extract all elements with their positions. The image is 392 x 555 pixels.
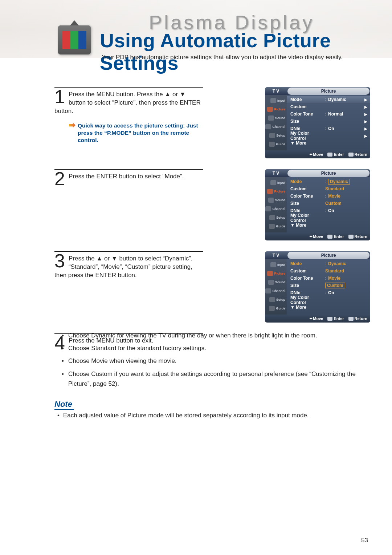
osd-screenshot-2: T V Picture Input Picture Sound Channel … <box>265 169 370 240</box>
osd-footer: ✦Move Enter Return <box>265 150 370 158</box>
bullet-list: Choose Dynamic for viewing the TV during… <box>62 331 367 392</box>
osd-screenshot-3: T V Picture Input Picture Sound Channel … <box>265 251 370 323</box>
bullet-item: Choose Movie when viewing the movie. <box>62 356 367 366</box>
step-number: 2 <box>54 170 65 187</box>
step-number: 3 <box>54 252 65 270</box>
step-number: 1 <box>54 88 65 105</box>
osd-section-tab: Picture <box>287 88 369 95</box>
bullet-item: Choose Dynamic for viewing the TV during… <box>62 331 367 340</box>
intro-text: Your PDP has automatic picture settings … <box>102 54 343 61</box>
osd-tv-label: T V <box>265 89 287 94</box>
page-title: Using Automatic Picture Settings <box>100 29 392 74</box>
osd-sidebar: Input Picture Sound Channel Setup Guide <box>265 95 287 150</box>
note-title: Note <box>54 400 74 410</box>
step-text: Press the ENTER button to select “Mode”. <box>54 171 203 181</box>
osd-screenshot-1: T V Picture Input Picture Sound Channel … <box>265 87 370 158</box>
bullet-item: Choose Custom if you want to adjust the … <box>62 369 367 389</box>
bullet-item: Choose Standard for the standard factory… <box>62 343 367 353</box>
step-text: Press the ▲ or ▼ button to select “Dynam… <box>54 253 203 280</box>
tip-text: Quick way to access the picture setting:… <box>78 122 203 144</box>
tip-arrow-icon <box>69 123 75 128</box>
note-item: Each adjusted value of Picture mode will… <box>54 412 367 419</box>
page-number: 53 <box>361 537 368 544</box>
note-list: Each adjusted value of Picture mode will… <box>54 412 367 419</box>
tv-icon <box>58 25 91 54</box>
step-text: Press the MENU button. Press the ▲ or ▼ … <box>54 89 203 116</box>
